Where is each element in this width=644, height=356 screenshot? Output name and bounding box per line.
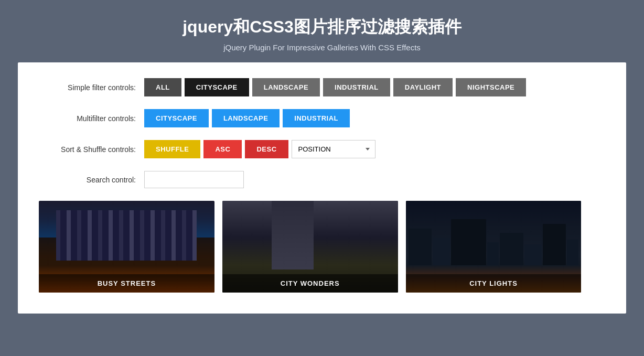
shuffle-button[interactable]: SHUFFLE [144, 140, 200, 158]
page-title: jquery和CSS3图片排序过滤搜索插件 [183, 16, 461, 39]
main-panel: Simple filter controls: ALL CITYSCAPE LA… [18, 62, 626, 314]
search-row: Search control: [39, 171, 605, 188]
multifilter-label: Multifilter controls: [39, 114, 136, 123]
gallery: BUSY STREETS CITY WONDERS CITY LIGHTS [39, 201, 605, 293]
simple-filter-buttons: ALL CITYSCAPE LANDSCAPE INDUSTRIAL DAYLI… [144, 78, 526, 96]
building-8 [567, 240, 578, 265]
multifilter-industrial-button[interactable]: INDUSTRIAL [283, 109, 350, 127]
gallery-item-city-wonders: CITY WONDERS [222, 201, 398, 293]
filter-landscape-button[interactable]: LANDSCAPE [252, 78, 320, 96]
gallery-caption-city-wonders: CITY WONDERS [222, 274, 398, 293]
multifilter-row: Multifilter controls: CITYSCAPE LANDSCAP… [39, 109, 605, 127]
desc-button[interactable]: DESC [245, 140, 288, 158]
filter-all-button[interactable]: ALL [144, 78, 181, 96]
sort-row: Sort & Shuffle controls: SHUFFLE ASC DES… [39, 140, 605, 158]
gallery-caption-busy-streets: BUSY STREETS [39, 274, 214, 293]
page-subtitle: jQuery Plugin For Impressive Galleries W… [183, 43, 461, 52]
simple-filter-row: Simple filter controls: ALL CITYSCAPE LA… [39, 78, 605, 96]
simple-filter-label: Simple filter controls: [39, 83, 136, 92]
page-header: jquery和CSS3图片排序过滤搜索插件 jQuery Plugin For … [183, 16, 461, 52]
filter-nightscape-button[interactable]: NIGHTSCAPE [456, 78, 526, 96]
building-4 [487, 242, 499, 265]
sort-label: Sort & Shuffle controls: [39, 145, 136, 154]
multifilter-buttons: CITYSCAPE LANDSCAPE INDUSTRIAL [144, 109, 350, 127]
filter-industrial-button[interactable]: INDUSTRIAL [323, 78, 390, 96]
multifilter-landscape-button[interactable]: LANDSCAPE [212, 109, 280, 127]
sort-select[interactable]: POSITION DATE NAME PRICE [292, 140, 375, 158]
search-input[interactable] [144, 171, 244, 188]
building-6 [524, 244, 542, 265]
filter-cityscape-button[interactable]: CITYSCAPE [185, 78, 249, 96]
search-label: Search control: [39, 176, 136, 184]
asc-button[interactable]: ASC [203, 140, 242, 158]
filter-daylight-button[interactable]: DAYLIGHT [393, 78, 453, 96]
city-wonders-figure [272, 201, 314, 269]
building-1 [409, 229, 432, 265]
gallery-caption-city-lights: CITY LIGHTS [406, 274, 582, 293]
sort-buttons: SHUFFLE ASC DESC POSITION DATE NAME PRIC… [144, 140, 375, 158]
gallery-item-busy-streets: BUSY STREETS [39, 201, 214, 293]
city-lights-skyline [406, 219, 582, 265]
building-5 [500, 233, 523, 265]
gallery-item-city-lights: CITY LIGHTS [406, 201, 582, 293]
building-7 [543, 224, 566, 265]
building-3 [451, 219, 486, 265]
multifilter-cityscape-button[interactable]: CITYSCAPE [144, 109, 209, 127]
building-2 [433, 238, 450, 265]
